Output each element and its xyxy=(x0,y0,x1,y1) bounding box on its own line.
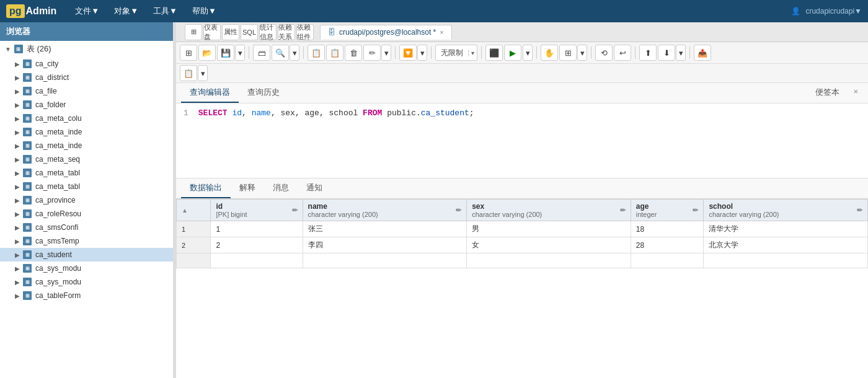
tab-explain[interactable]: 解释 xyxy=(231,178,264,198)
hand-btn[interactable]: ✋ xyxy=(541,45,558,61)
run-dropdown-btn[interactable]: ▾ xyxy=(523,45,533,61)
save-group: 💾 ▾ xyxy=(217,45,245,61)
open-btn[interactable]: 📂 xyxy=(198,45,216,61)
col-edit-icon[interactable]: ✏ xyxy=(620,206,626,214)
table-row[interactable]: 2 2 李四 女 28 北京大学 xyxy=(177,237,868,253)
grid-btn[interactable]: ⊞ xyxy=(559,45,577,61)
edit-btn[interactable]: ✏ xyxy=(363,45,381,61)
cell-school-2[interactable]: 北京大学 xyxy=(704,237,868,253)
paste-btn[interactable]: 📋 xyxy=(326,45,343,61)
col-header-id[interactable]: id [PK] bigint ✏ xyxy=(211,200,303,221)
sidebar-item-ca_meta_seq[interactable]: ⊞ ca_meta_seq xyxy=(0,152,173,166)
sidebar-item-ca_meta_tabl2[interactable]: ⊞ ca_meta_tabl xyxy=(0,180,173,193)
table-name: ca_sys_modu xyxy=(35,278,81,286)
properties-tab[interactable]: 属性 xyxy=(222,24,239,40)
limit-dropdown[interactable]: 无限制 ▾ xyxy=(435,45,477,61)
bookmarks-close-btn[interactable]: × xyxy=(848,83,863,103)
search-dropdown-btn[interactable]: ▾ xyxy=(290,45,299,61)
view-dropdown-btn[interactable]: ▾ xyxy=(198,65,208,81)
stats-tab[interactable]: 统计信息 xyxy=(259,24,277,40)
refresh-btn[interactable]: ⟲ xyxy=(595,45,613,61)
col-header-school[interactable]: school character varying (200) ✏ xyxy=(704,200,868,221)
sidebar-item-ca_tableForm[interactable]: ⊞ ca_tableForm xyxy=(0,289,173,302)
sql-tab[interactable]: SQL xyxy=(241,24,258,40)
sidebar-item-ca_file[interactable]: ⊞ ca_file xyxy=(0,84,173,98)
tree-group-tables[interactable]: ⊞ 表 (26) xyxy=(0,41,173,57)
stop-btn[interactable]: ⬛ xyxy=(485,45,503,61)
sidebar-item-ca_meta_inde2[interactable]: ⊞ ca_meta_inde xyxy=(0,139,173,152)
cell-name-1[interactable]: 张三 xyxy=(303,221,467,237)
tab-query-history[interactable]: 查询历史 xyxy=(239,83,288,103)
cell-age-2[interactable]: 28 xyxy=(631,237,704,253)
grid-dropdown-btn[interactable]: ▾ xyxy=(577,45,587,61)
col-edit-icon[interactable]: ✏ xyxy=(456,206,461,214)
col-edit-icon[interactable]: ✏ xyxy=(693,206,698,214)
dependents-tab[interactable]: 依赖组件 xyxy=(296,24,314,40)
upload-btn[interactable]: ⬆ xyxy=(639,45,657,61)
sep8 xyxy=(635,46,636,59)
filter-dropdown-btn[interactable]: ▾ xyxy=(417,45,427,61)
menu-help[interactable]: 帮助▼ xyxy=(186,3,223,19)
search-btn[interactable]: 🔍 xyxy=(272,45,289,61)
col-edit-icon[interactable]: ✏ xyxy=(857,206,862,214)
connect-btn[interactable]: 🗃 xyxy=(253,45,270,61)
col-header-sex[interactable]: sex character varying (200) ✏ xyxy=(467,200,631,221)
sidebar-item-ca_smsConfi[interactable]: ⊞ ca_smsConfi xyxy=(0,221,173,234)
sidebar-item-ca_smsTemp[interactable]: ⊞ ca_smsTemp xyxy=(0,234,173,248)
row-num-header: ▲ xyxy=(177,200,211,221)
user-info[interactable]: 👤 crudapicrudapi▼ xyxy=(791,7,862,15)
tab-messages[interactable]: 消息 xyxy=(264,178,298,198)
dependencies-tab[interactable]: 依赖关系 xyxy=(278,24,295,40)
cell-age-1[interactable]: 18 xyxy=(631,221,704,237)
menu-tools[interactable]: 工具▼ xyxy=(147,3,184,19)
logo-admin: Admin xyxy=(26,6,57,17)
delete-btn[interactable]: 🗑 xyxy=(345,45,362,61)
cell-sex-2[interactable]: 女 xyxy=(467,237,631,253)
undo-btn[interactable]: ↩ xyxy=(614,45,631,61)
copy-btn[interactable]: 📋 xyxy=(308,45,325,61)
query-tab[interactable]: 🗄 crudapi/postgres@localhsot * × xyxy=(320,25,452,40)
sep4 xyxy=(431,46,432,59)
sidebar-item-ca_province[interactable]: ⊞ ca_province xyxy=(0,193,173,207)
sidebar-item-ca_roleResou[interactable]: ⊞ ca_roleResou xyxy=(0,207,173,221)
table-row[interactable]: 1 1 张三 男 18 清华大学 xyxy=(177,221,868,237)
cell-id-1[interactable]: 1 xyxy=(211,221,303,237)
sql-code[interactable]: SELECT id, name, sex, age, school FROM p… xyxy=(198,108,474,173)
filter-btn[interactable]: 🔽 xyxy=(399,45,417,61)
export-btn[interactable]: 📤 xyxy=(694,45,711,61)
sidebar-item-ca_meta_tabl1[interactable]: ⊞ ca_meta_tabl xyxy=(0,166,173,180)
menu-object[interactable]: 对象▼ xyxy=(108,3,144,19)
cell-sex-1[interactable]: 男 xyxy=(467,221,631,237)
save-btn[interactable]: 💾 xyxy=(217,45,234,61)
sidebar-item-ca_district[interactable]: ⊞ ca_district xyxy=(0,71,173,84)
sidebar-item-ca_city[interactable]: ⊞ ca_city xyxy=(0,57,173,71)
sidebar-item-ca_folder[interactable]: ⊞ ca_folder xyxy=(0,98,173,112)
cell-id-2[interactable]: 2 xyxy=(211,237,303,253)
tab-notifications[interactable]: 通知 xyxy=(298,178,331,198)
tab-data-output[interactable]: 数据输出 xyxy=(181,178,231,198)
col-header-name[interactable]: name character varying (200) ✏ xyxy=(303,200,467,221)
download-btn[interactable]: ⬇ xyxy=(658,45,675,61)
col-edit-icon[interactable]: ✏ xyxy=(292,206,298,214)
sidebar-item-ca_meta_colu[interactable]: ⊞ ca_meta_colu xyxy=(0,112,173,125)
query-editor[interactable]: 1 SELECT id, name, sex, age, school FROM… xyxy=(176,103,868,178)
sidebar-item-ca_sys_modu1[interactable]: ⊞ ca_sys_modu xyxy=(0,262,173,275)
server-btn[interactable]: ⊞ xyxy=(180,45,197,61)
col-header-age[interactable]: age integer ✏ xyxy=(631,200,704,221)
tab-close-btn[interactable]: × xyxy=(440,29,443,36)
quick-access-btn[interactable]: ⊞ xyxy=(185,24,202,40)
cell-empty-name xyxy=(303,253,467,268)
save-dropdown-btn[interactable]: ▾ xyxy=(235,45,245,61)
view-btn[interactable]: 📋 xyxy=(180,65,197,81)
tab-query-editor[interactable]: 查询编辑器 xyxy=(181,83,239,103)
sidebar-item-ca_meta_inde1[interactable]: ⊞ ca_meta_inde xyxy=(0,125,173,139)
sidebar-item-ca_sys_modu2[interactable]: ⊞ ca_sys_modu xyxy=(0,275,173,289)
cell-school-1[interactable]: 清华大学 xyxy=(704,221,868,237)
dashboard-tab[interactable]: 仪表盘 xyxy=(203,24,221,40)
edit-dropdown-btn[interactable]: ▾ xyxy=(381,45,391,61)
run-btn[interactable]: ▶ xyxy=(504,45,521,61)
menu-file[interactable]: 文件▼ xyxy=(69,3,105,19)
sidebar-item-ca_student[interactable]: ⊞ ca_student xyxy=(0,248,173,262)
cell-name-2[interactable]: 李四 xyxy=(303,237,467,253)
download-dropdown-btn[interactable]: ▾ xyxy=(676,45,686,61)
